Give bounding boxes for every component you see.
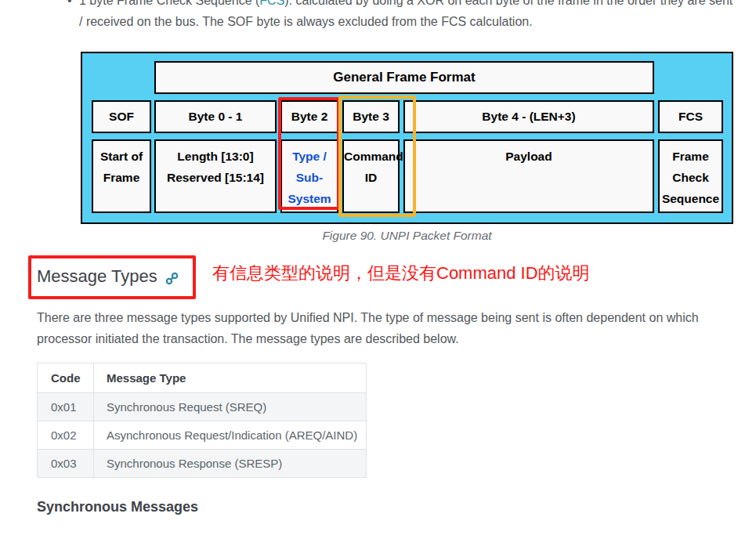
column-header-code: Code [38,363,94,392]
diagram-cell-frame-check-sequence: Frame Check Sequence [658,139,723,213]
cell-code: 0x03 [38,450,94,477]
cell-code: 0x01 [38,393,94,421]
cell-code: 0x02 [38,421,94,449]
table-row: 0x01 Synchronous Request (SREQ) [38,392,366,421]
message-types-heading: Message Types [37,266,179,287]
cell-message-type: Asynchronous Request/Indication (AREQ/AI… [94,421,366,449]
table-row: 0x03 Synchronous Response (SRESP) [38,449,366,477]
bullet-item-fcs: • 1 byte Frame Check Sequence (FCS): cal… [67,0,735,32]
message-types-table: Code Message Type 0x01 Synchronous Reque… [37,363,367,478]
cell-message-type: Synchronous Request (SREQ) [94,393,366,421]
message-types-paragraph: There are three message types supported … [37,307,734,349]
synchronous-messages-heading: Synchronous Messages [37,499,198,515]
diagram-title: General Frame Format [154,61,654,94]
bullet-text: 1 byte Frame Check Sequence (FCS): calcu… [79,0,735,32]
figure-caption: Figure 90. UNPI Packet Format [81,229,733,243]
red-annotation-box-byte2 [278,97,340,210]
documentation-page: • 1 byte Frame Check Sequence (FCS): cal… [0,0,756,535]
cell-message-type: Synchronous Response (SRESP) [94,450,366,477]
bullet-marker: • [67,0,79,32]
diagram-cell-length: Length [13:0] Reserved [15:14] [154,139,277,213]
bullet-text-before: 1 byte Frame Check Sequence ( [79,0,259,7]
table-header-row: Code Message Type [38,363,366,392]
diagram-cell-start-of-frame: Start of Frame [92,139,151,213]
diagram-header-byte4: Byte 4 - (LEN+3) [403,100,654,133]
table-row: 0x02 Asynchronous Request/Indication (AR… [38,421,366,449]
column-header-message-type: Message Type [94,363,366,392]
permalink-icon[interactable] [165,272,179,285]
chinese-annotation: 有信息类型的说明，但是没有Command ID的说明 [212,262,590,285]
diagram-header-sof: SOF [92,100,151,133]
yellow-annotation-box-byte3 [338,96,416,217]
fcs-link[interactable]: FCS [259,0,284,7]
diagram-header-byte01: Byte 0 - 1 [154,100,277,133]
diagram-header-fcs: FCS [658,100,723,133]
message-types-heading-label: Message Types [37,266,157,287]
diagram-cell-payload: Payload [403,139,654,213]
